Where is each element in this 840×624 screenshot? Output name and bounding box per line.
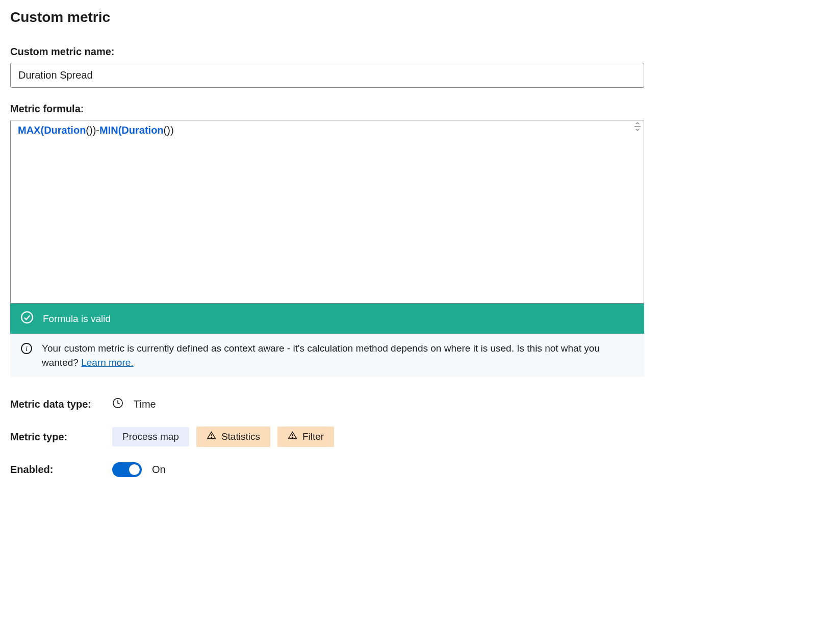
data-type-value: Time	[134, 398, 156, 410]
warning-icon	[288, 431, 297, 443]
formula-label: Metric formula:	[10, 103, 830, 115]
tag-label: Process map	[122, 431, 179, 442]
info-icon: i	[20, 342, 33, 359]
info-bar: i Your custom metric is currently define…	[10, 334, 644, 377]
metric-name-input[interactable]	[10, 63, 644, 88]
svg-point-4	[211, 437, 212, 438]
svg-point-0	[21, 312, 33, 323]
metric-type-tag-1[interactable]: Statistics	[196, 427, 270, 447]
tag-label: Filter	[302, 431, 324, 442]
resize-handle-icon[interactable]	[633, 121, 643, 131]
metric-type-label: Metric type:	[10, 431, 112, 443]
check-circle-icon	[20, 311, 34, 327]
clock-icon	[112, 397, 123, 411]
enabled-value: On	[152, 464, 166, 476]
data-type-label: Metric data type:	[10, 398, 112, 410]
formula-content: MAX(Duration())-MIN(Duration())	[18, 124, 174, 136]
name-label: Custom metric name:	[10, 46, 830, 58]
enabled-toggle[interactable]	[112, 462, 142, 477]
metric-type-tag-0[interactable]: Process map	[112, 427, 189, 446]
warning-icon	[207, 431, 216, 443]
enabled-label: Enabled:	[10, 464, 112, 476]
metric-type-tag-2[interactable]: Filter	[277, 427, 334, 447]
learn-more-link[interactable]: Learn more.	[81, 357, 133, 368]
page-title: Custom metric	[10, 9, 830, 26]
validation-bar: Formula is valid	[10, 304, 644, 334]
validation-text: Formula is valid	[43, 313, 111, 325]
tag-label: Statistics	[221, 431, 260, 442]
svg-text:i: i	[26, 344, 28, 353]
info-text: Your custom metric is currently defined …	[42, 341, 634, 369]
formula-editor[interactable]: MAX(Duration())-MIN(Duration())	[10, 120, 644, 304]
svg-point-5	[292, 437, 293, 438]
